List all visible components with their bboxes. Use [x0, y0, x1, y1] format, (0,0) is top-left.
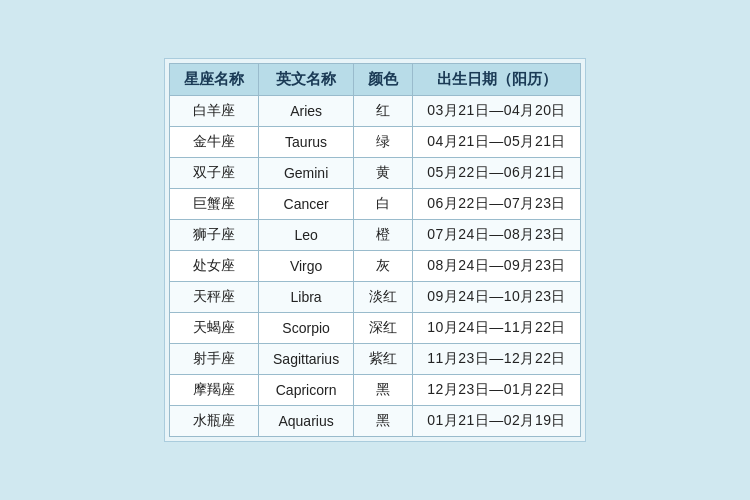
- chinese-name: 巨蟹座: [170, 189, 259, 220]
- color-name: 黑: [354, 406, 413, 437]
- color-name: 橙: [354, 220, 413, 251]
- date-range: 10月24日—11月22日: [413, 313, 581, 344]
- color-name: 灰: [354, 251, 413, 282]
- english-name: Leo: [259, 220, 354, 251]
- chinese-name: 双子座: [170, 158, 259, 189]
- header-chinese-name: 星座名称: [170, 64, 259, 96]
- english-name: Capricorn: [259, 375, 354, 406]
- table-row: 水瓶座Aquarius黑01月21日—02月19日: [170, 406, 581, 437]
- english-name: Scorpio: [259, 313, 354, 344]
- table-row: 金牛座Taurus绿04月21日—05月21日: [170, 127, 581, 158]
- chinese-name: 摩羯座: [170, 375, 259, 406]
- date-range: 01月21日—02月19日: [413, 406, 581, 437]
- date-range: 06月22日—07月23日: [413, 189, 581, 220]
- date-range: 09月24日—10月23日: [413, 282, 581, 313]
- zodiac-table-container: 星座名称 英文名称 颜色 出生日期（阳历） 白羊座Aries红03月21日—04…: [164, 58, 586, 442]
- date-range: 08月24日—09月23日: [413, 251, 581, 282]
- english-name: Virgo: [259, 251, 354, 282]
- chinese-name: 狮子座: [170, 220, 259, 251]
- chinese-name: 天秤座: [170, 282, 259, 313]
- chinese-name: 天蝎座: [170, 313, 259, 344]
- color-name: 黑: [354, 375, 413, 406]
- table-row: 巨蟹座Cancer白06月22日—07月23日: [170, 189, 581, 220]
- english-name: Sagittarius: [259, 344, 354, 375]
- color-name: 紫红: [354, 344, 413, 375]
- color-name: 白: [354, 189, 413, 220]
- table-row: 天蝎座Scorpio深红10月24日—11月22日: [170, 313, 581, 344]
- chinese-name: 水瓶座: [170, 406, 259, 437]
- color-name: 淡红: [354, 282, 413, 313]
- english-name: Gemini: [259, 158, 354, 189]
- table-row: 摩羯座Capricorn黑12月23日—01月22日: [170, 375, 581, 406]
- english-name: Aquarius: [259, 406, 354, 437]
- english-name: Aries: [259, 96, 354, 127]
- color-name: 绿: [354, 127, 413, 158]
- english-name: Cancer: [259, 189, 354, 220]
- table-row: 狮子座Leo橙07月24日—08月23日: [170, 220, 581, 251]
- chinese-name: 白羊座: [170, 96, 259, 127]
- chinese-name: 射手座: [170, 344, 259, 375]
- date-range: 12月23日—01月22日: [413, 375, 581, 406]
- date-range: 07月24日—08月23日: [413, 220, 581, 251]
- table-header-row: 星座名称 英文名称 颜色 出生日期（阳历）: [170, 64, 581, 96]
- date-range: 11月23日—12月22日: [413, 344, 581, 375]
- english-name: Libra: [259, 282, 354, 313]
- header-birthdate: 出生日期（阳历）: [413, 64, 581, 96]
- header-color: 颜色: [354, 64, 413, 96]
- chinese-name: 处女座: [170, 251, 259, 282]
- color-name: 深红: [354, 313, 413, 344]
- color-name: 黄: [354, 158, 413, 189]
- date-range: 05月22日—06月21日: [413, 158, 581, 189]
- zodiac-table: 星座名称 英文名称 颜色 出生日期（阳历） 白羊座Aries红03月21日—04…: [169, 63, 581, 437]
- color-name: 红: [354, 96, 413, 127]
- header-english-name: 英文名称: [259, 64, 354, 96]
- table-row: 射手座Sagittarius紫红11月23日—12月22日: [170, 344, 581, 375]
- table-row: 白羊座Aries红03月21日—04月20日: [170, 96, 581, 127]
- table-row: 处女座Virgo灰08月24日—09月23日: [170, 251, 581, 282]
- table-row: 天秤座Libra淡红09月24日—10月23日: [170, 282, 581, 313]
- english-name: Taurus: [259, 127, 354, 158]
- date-range: 04月21日—05月21日: [413, 127, 581, 158]
- date-range: 03月21日—04月20日: [413, 96, 581, 127]
- chinese-name: 金牛座: [170, 127, 259, 158]
- table-row: 双子座Gemini黄05月22日—06月21日: [170, 158, 581, 189]
